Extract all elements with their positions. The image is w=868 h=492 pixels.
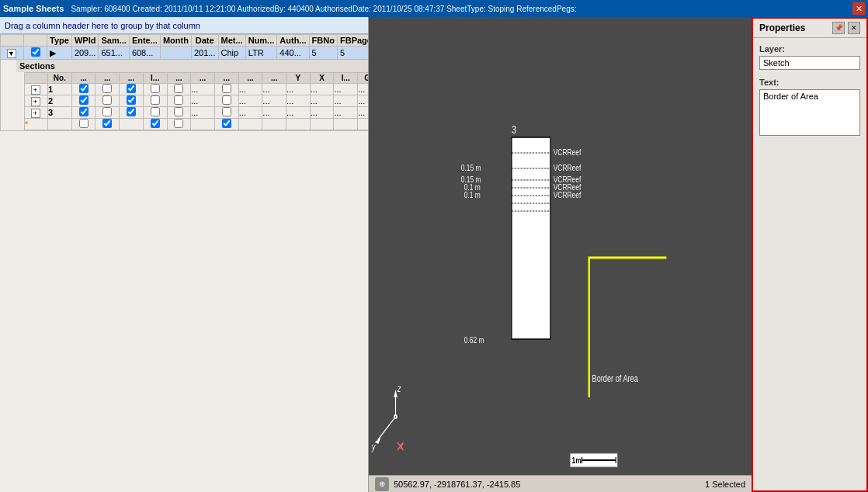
text-label: Text: (759, 78, 860, 87)
sec-cb[interactable] (127, 84, 136, 93)
section-row-3[interactable]: + 3 ... (25, 107, 369, 119)
svg-text:1m: 1m (571, 456, 581, 465)
properties-header: Properties 📌 ✕ (753, 19, 866, 38)
cell-met: Chip (218, 47, 245, 60)
row-checkbox-cell[interactable] (24, 47, 47, 60)
sec-col-i2[interactable]: I... (334, 73, 358, 84)
properties-pin-button[interactable]: 📌 (832, 22, 845, 34)
status-coordinates: 50562.97, -2918761.37, -2415.85 (394, 480, 520, 489)
text-value: Border of Area (759, 89, 860, 136)
svg-text:0.62 m: 0.62 m (464, 335, 484, 345)
col-sam[interactable]: Sam... (99, 35, 129, 47)
svg-point-28 (395, 416, 397, 418)
sec-col-7[interactable]: ... (238, 73, 262, 84)
sec-cb[interactable] (127, 107, 136, 116)
sec-cb[interactable] (174, 84, 183, 93)
sec-col-i[interactable]: I... (143, 73, 167, 84)
svg-text:Border of Area: Border of Area (592, 373, 638, 383)
layer-value: Sketch (759, 56, 860, 70)
status-selection: 1 Selected (705, 480, 745, 489)
cell-fbno: 5 (309, 47, 337, 60)
table-row[interactable]: ▼ ▶ 209... 651... 608... 201... Chip LTR (1, 47, 369, 60)
sec-cb[interactable] (102, 95, 112, 105)
svg-text:VCRReef: VCRReef (554, 147, 582, 157)
svg-text:y: y (371, 442, 376, 452)
svg-rect-0 (369, 17, 752, 475)
sec-cb[interactable] (102, 119, 112, 128)
sections-label: Sections (16, 60, 368, 72)
sec-col-6[interactable]: ... (214, 73, 238, 84)
cell-ente: 608... (129, 47, 160, 60)
sec-cb[interactable] (151, 107, 160, 116)
sec-cb[interactable] (174, 119, 183, 128)
col-num[interactable]: Num... (245, 35, 277, 47)
properties-title: Properties (759, 23, 805, 33)
col-date[interactable]: Date (191, 35, 218, 47)
sec-no-3: 3 (48, 107, 72, 119)
new-row[interactable]: * (25, 119, 369, 130)
cell-sam: 651... (99, 47, 129, 60)
svg-text:3: 3 (512, 124, 516, 137)
sec-cb[interactable] (222, 95, 231, 105)
col-wpid[interactable]: WPId (71, 35, 99, 47)
sec-cb[interactable] (79, 95, 89, 105)
col-type[interactable]: Type (47, 35, 72, 47)
sec-cb[interactable] (79, 84, 89, 93)
sec-col-1[interactable]: ... (71, 73, 95, 84)
title-bar-text: Sample Sheets Sampler: 608400 Created: 2… (3, 4, 576, 13)
cell-date: 201... (191, 47, 218, 60)
sec-cb[interactable] (222, 84, 231, 93)
cell-fbpage: 5 (337, 47, 368, 60)
sec-cb[interactable] (151, 119, 160, 128)
sec-col-8[interactable]: ... (262, 73, 286, 84)
row-checkbox[interactable] (31, 47, 40, 57)
col-auth[interactable]: Auth... (277, 35, 309, 47)
sec-col-x[interactable]: X (310, 73, 334, 84)
col-fbno[interactable]: FBNo (309, 35, 337, 47)
svg-text:0.1 m: 0.1 m (464, 190, 481, 199)
sec-col-no[interactable]: No. (48, 73, 72, 84)
title-bar: Sample Sheets Sampler: 608400 Created: 2… (0, 0, 868, 17)
sec-col-y[interactable]: Y (286, 73, 311, 84)
col-met[interactable]: Met... (218, 35, 245, 47)
sec-col-2[interactable]: ... (95, 73, 120, 84)
sec-col-gz[interactable]: GZ (358, 73, 368, 84)
properties-panel: Properties 📌 ✕ Layer: Sketch Text: Borde… (752, 17, 868, 492)
row-expand[interactable]: ▼ (1, 47, 24, 60)
sec-cb[interactable] (174, 107, 183, 116)
sec-col-5[interactable]: ... (191, 73, 215, 84)
section-row-2[interactable]: + 2 ... (25, 95, 369, 107)
sec-cb[interactable] (102, 107, 112, 116)
sec-cb[interactable] (79, 119, 89, 128)
sec-cb[interactable] (222, 119, 231, 128)
sec-col-4[interactable]: ... (167, 73, 191, 84)
col-ente[interactable]: Ente... (129, 35, 160, 47)
sec-cb[interactable] (151, 95, 160, 105)
grid-container[interactable]: Type WPId Sam... Ente... Month Date Met.… (0, 34, 368, 492)
cell-month (160, 47, 191, 60)
svg-text:z: z (397, 383, 401, 393)
canvas-area[interactable]: 3 VCRReef VCRReef VCRReef VCRReef VCRRee… (369, 17, 752, 475)
cell-wpid: 209... (71, 47, 99, 60)
col-fbpage[interactable]: FBPage (337, 35, 368, 47)
cell-num: LTR (245, 47, 277, 60)
close-button[interactable]: ✕ (852, 2, 865, 15)
sec-cb[interactable] (102, 84, 112, 93)
sec-cb[interactable] (127, 95, 136, 105)
sec-cb[interactable] (79, 107, 89, 116)
left-panel: Drag a column header here to group by th… (0, 17, 369, 492)
section-row-1[interactable]: + 1 ... (25, 84, 369, 95)
sec-cb[interactable] (222, 107, 231, 116)
sec-cb[interactable] (174, 95, 183, 105)
col-month[interactable]: Month (160, 35, 191, 47)
layer-label: Layer: (759, 44, 860, 54)
svg-text:VCRReef: VCRReef (554, 163, 582, 172)
right-panel: 3 VCRReef VCRReef VCRReef VCRReef VCRRee… (369, 17, 752, 492)
properties-close-button[interactable]: ✕ (848, 22, 860, 34)
drag-hint: Drag a column header here to group by th… (0, 17, 368, 34)
svg-text:VCRReef: VCRReef (554, 190, 582, 199)
col-expand (1, 35, 24, 47)
sec-cb[interactable] (151, 84, 160, 93)
sec-col-expand (25, 73, 48, 84)
sec-col-3[interactable]: ... (120, 73, 144, 84)
